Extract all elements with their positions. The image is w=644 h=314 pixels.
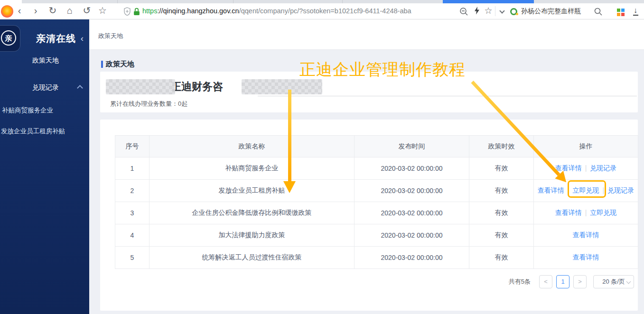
cell-no: 1 bbox=[115, 157, 149, 180]
cell-policy-name: 发放企业员工租房补贴 bbox=[149, 180, 355, 202]
cell-publish-time: 2020-03-02 00:00:00 bbox=[355, 202, 469, 224]
chevron-up-icon[interactable] bbox=[77, 85, 83, 91]
reload-icon[interactable]: ↻ bbox=[47, 3, 59, 19]
prev-page-button[interactable]: < bbox=[539, 275, 552, 288]
section-title-text: 政策天地 bbox=[106, 60, 134, 69]
table-row: 5 统筹解决返工人员过渡性住宿政策 2020-03-02 00:00:00 有效… bbox=[115, 247, 638, 269]
section-title: 政策天地 bbox=[101, 60, 134, 69]
search-box[interactable] bbox=[510, 5, 612, 18]
url-path: /qqent/company/pc/?ssotoken=b1021cf9-641… bbox=[239, 7, 411, 15]
cell-validity: 有效 bbox=[469, 157, 534, 180]
toolbar-divider bbox=[495, 6, 495, 16]
cell-actions: 查看详情|立即兑现|兑现记录 bbox=[534, 180, 638, 202]
link-separator: | bbox=[585, 209, 587, 216]
search-input[interactable] bbox=[521, 8, 588, 15]
cell-actions: 查看详情|立即兑现 bbox=[534, 202, 638, 224]
sidebar-item-redemption-records[interactable]: 兑现记录 bbox=[32, 83, 59, 92]
company-divider bbox=[258, 96, 637, 96]
table-row: 1 补贴商贸服务企业 2020-03-02 00:00:00 有效 查看详情|兑… bbox=[115, 157, 638, 180]
col-header-actions: 操作 bbox=[534, 136, 638, 157]
link-view-details[interactable]: 查看详情 bbox=[573, 253, 599, 261]
page-size-value: 20 条/页 bbox=[602, 278, 625, 285]
link-redemption-records[interactable]: 兑现记录 bbox=[590, 164, 616, 172]
link-view-details[interactable]: 查看详情 bbox=[538, 186, 564, 194]
cell-publish-time: 2020-03-02 00:00:00 bbox=[355, 247, 469, 269]
download-arrow: ↓ bbox=[631, 6, 640, 15]
search-engine-logo-icon bbox=[510, 8, 517, 15]
address-bar[interactable]: https://qinqing.hangzhou.gov.cn/qqent/co… bbox=[142, 3, 456, 19]
chevron-down-icon[interactable] bbox=[499, 8, 504, 13]
col-header-policy-name: 政策名称 bbox=[149, 136, 355, 157]
table-header-row: 序号 政策名称 发布时间 政策时效 操作 bbox=[115, 136, 638, 157]
lock-icon[interactable] bbox=[133, 8, 140, 16]
download-bar bbox=[633, 15, 638, 16]
link-view-details[interactable]: 查看详情 bbox=[555, 209, 582, 216]
link-redemption-records[interactable]: 兑现记录 bbox=[607, 186, 634, 194]
cell-validity: 有效 bbox=[469, 224, 534, 247]
cell-publish-time: 2020-03-02 00:00:00 bbox=[355, 157, 469, 180]
cell-actions: 查看详情 bbox=[534, 247, 638, 269]
app-logo-icon: 亲 bbox=[0, 26, 20, 51]
cell-no: 5 bbox=[115, 247, 149, 269]
cell-publish-time: 2020-03-02 00:00:00 bbox=[355, 224, 469, 247]
app-grid-icon[interactable] bbox=[617, 9, 625, 17]
table-row: 2 发放企业员工租房补贴 2020-03-02 00:00:00 有效 查看详情… bbox=[115, 180, 638, 202]
breadcrumb[interactable]: 政策天地 bbox=[98, 32, 123, 40]
sidebar-subitem-housing-subsidy[interactable]: 发放企业员工租房补贴 bbox=[1, 127, 65, 136]
col-header-no: 序号 bbox=[115, 136, 149, 157]
home-icon[interactable]: ⌂ bbox=[64, 3, 76, 19]
cell-no: 3 bbox=[115, 202, 149, 224]
cell-policy-name: 加大法律援助力度政策 bbox=[149, 224, 355, 247]
search-icon[interactable] bbox=[594, 8, 602, 16]
back-icon[interactable]: ‹ bbox=[13, 3, 26, 19]
bookmark-star-icon[interactable]: ☆ bbox=[96, 3, 109, 19]
col-header-validity: 政策时效 bbox=[469, 136, 534, 157]
link-separator: | bbox=[603, 186, 605, 194]
browser-toolbar: ‹ › ↻ ⌂ ↺ ☆ https://qinqing.hangzhou.gov… bbox=[0, 3, 644, 19]
cell-policy-name: 企业住房公积金降低缴存比例和缓缴政策 bbox=[149, 202, 355, 224]
tab-strip-highlight[interactable] bbox=[443, 0, 534, 3]
blur-patch bbox=[242, 79, 322, 94]
pagination: 共有5条 < 1 > 20 条/页 bbox=[509, 275, 634, 288]
blur-patch bbox=[106, 79, 175, 94]
restore-icon[interactable]: ↺ bbox=[81, 3, 93, 19]
col-header-publish-time: 发布时间 bbox=[355, 136, 469, 157]
page-star-icon[interactable]: ☆ bbox=[482, 3, 495, 19]
sidebar-collapse-icon[interactable]: ‹ bbox=[81, 33, 84, 44]
sidebar: 亲 亲清在线 ‹ 政策天地 兑现记录 补贴商贸服务企业 发放企业员工租房补贴 bbox=[0, 19, 89, 314]
policy-table: 序号 政策名称 发布时间 政策时效 操作 1 补贴商贸服务企业 2020-03-… bbox=[115, 135, 638, 269]
browser-chrome: ‹ › ↻ ⌂ ↺ ☆ https://qinqing.hangzhou.gov… bbox=[0, 0, 644, 19]
lightning-icon[interactable] bbox=[474, 7, 480, 15]
company-card: 正迪财务咨 累计在线办理业务数量：0起 bbox=[100, 72, 638, 112]
app-title: 亲清在线 bbox=[36, 32, 76, 45]
sidebar-item-policy-world[interactable]: 政策天地 bbox=[32, 56, 59, 65]
sidebar-subitem-trade-subsidy[interactable]: 补贴商贸服务企业 bbox=[2, 106, 53, 115]
cell-actions: 查看详情|兑现记录 bbox=[534, 157, 638, 180]
forward-icon[interactable]: › bbox=[29, 3, 42, 19]
download-icon[interactable]: ↓ bbox=[631, 6, 640, 16]
link-redeem-now[interactable]: 立即兑现 bbox=[590, 209, 616, 216]
cell-no: 4 bbox=[115, 224, 149, 247]
cell-policy-name: 统筹解决返工人员过渡性住宿政策 bbox=[149, 247, 355, 269]
breadcrumb-bar: 政策天地 bbox=[89, 19, 644, 50]
link-redeem-now[interactable]: 立即兑现 bbox=[573, 186, 599, 194]
next-page-button[interactable]: > bbox=[573, 275, 587, 288]
policy-table-card: 序号 政策名称 发布时间 政策时效 操作 1 补贴商贸服务企业 2020-03-… bbox=[100, 120, 638, 311]
page-size-select[interactable]: 20 条/页 bbox=[593, 275, 634, 288]
app-logo-glyph: 亲 bbox=[1, 30, 16, 46]
link-view-details[interactable]: 查看详情 bbox=[573, 231, 599, 239]
cell-actions: 查看详情 bbox=[534, 224, 638, 247]
cell-policy-name: 补贴商贸服务企业 bbox=[149, 157, 355, 180]
zoom-out-icon[interactable] bbox=[459, 7, 468, 16]
page-1-button[interactable]: 1 bbox=[556, 275, 569, 288]
link-separator: | bbox=[568, 186, 569, 194]
site-favicon-icon[interactable] bbox=[1, 5, 13, 18]
main-area: 政策天地 政策天地 正迪财务咨 累计在线办理业务数量：0起 序号 政策名称 发布… bbox=[89, 19, 644, 314]
link-view-details[interactable]: 查看详情 bbox=[555, 164, 582, 172]
cell-validity: 有效 bbox=[469, 180, 534, 202]
tab-strip[interactable] bbox=[0, 0, 644, 3]
tab-separator bbox=[233, 0, 233, 3]
tab-separator bbox=[117, 0, 118, 3]
active-tab[interactable] bbox=[0, 0, 22, 3]
shield-icon[interactable] bbox=[123, 7, 131, 16]
